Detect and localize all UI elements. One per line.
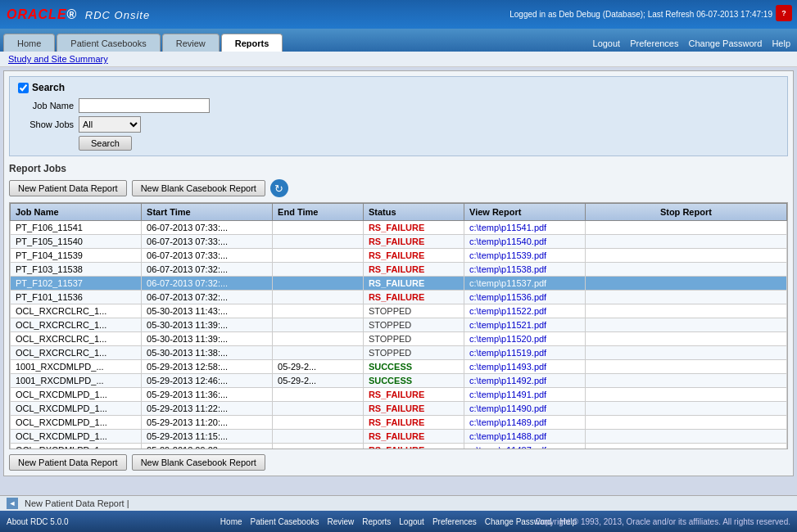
nav-tabs: Home Patient Casebooks Review Reports Lo… [0,29,797,52]
col-header-job-name[interactable]: Job Name [11,204,142,221]
cell-status: RS_FAILURE [363,235,464,249]
cell-start-time: 05-30-2013 11:43:... [142,304,273,318]
cell-view-report[interactable]: c:\temp\p11488.pdf [464,430,586,444]
cell-job-name: PT_F103_11538 [11,263,142,277]
col-header-status[interactable]: Status [363,204,464,221]
cell-status: RS_FAILURE [363,263,464,277]
table-row[interactable]: OCL_RXCRCLRC_1... 05-30-2013 11:43:... S… [11,304,787,318]
cell-view-report[interactable]: c:\temp\p11519.pdf [464,346,586,360]
cell-view-report[interactable]: c:\temp\p11540.pdf [464,235,586,249]
table-row[interactable]: PT_F106_11541 06-07-2013 07:33:... RS_FA… [11,221,787,235]
new-patient-report-btn-top[interactable]: New Patient Data Report [9,180,127,196]
tab-reports[interactable]: Reports [221,34,283,52]
cell-start-time: 06-07-2013 07:33:... [142,221,273,235]
oracle-text: ORACLE [7,7,67,21]
cell-start-time: 06-07-2013 07:32:... [142,291,273,304]
table-row[interactable]: OCL_RXCRCLRC_1... 05-30-2013 11:39:... S… [11,318,787,332]
status-arrow[interactable]: ◄ [7,498,18,509]
cell-job-name: OCL_RXCRCLRC_1... [11,318,142,332]
cell-start-time: 05-30-2013 11:38:... [142,346,273,360]
app-logo: ORACLE® RDC Onsite [7,7,150,22]
table-row[interactable]: PT_F103_11538 06-07-2013 07:32:... RS_FA… [11,263,787,277]
col-header-view-report[interactable]: View Report [464,204,586,221]
report-jobs-table-container: Job Name Start Time End Time Status View… [9,202,788,449]
footer-home-link[interactable]: Home [220,517,242,526]
help-link[interactable]: Help [772,38,790,48]
cell-view-report[interactable]: c:\temp\p11491.pdf [464,388,586,402]
cell-view-report[interactable]: c:\temp\p11538.pdf [464,263,586,277]
cell-stop-report [585,388,786,402]
cell-view-report[interactable]: c:\temp\p11520.pdf [464,332,586,346]
cell-stop-report [585,304,786,318]
footer-patient-casebooks-link[interactable]: Patient Casebooks [251,517,319,526]
cell-end-time [273,221,364,235]
job-name-row: Job Name [18,98,779,113]
new-patient-report-btn-bottom[interactable]: New Patient Data Report [9,454,127,471]
new-blank-casebook-btn-bottom[interactable]: New Blank Casebook Report [132,454,265,471]
cell-view-report[interactable]: c:\temp\p11521.pdf [464,318,586,332]
change-password-link[interactable]: Change Password [688,38,762,48]
table-row[interactable]: OCL_RXCDMLPD_1... 05-29-2013 11:20:... R… [11,416,787,430]
table-row[interactable]: OCL_RXCDMLPD_1... 05-29-2013 09:23:... R… [11,444,787,449]
footer-reports-link[interactable]: Reports [362,517,391,526]
col-header-start-time[interactable]: Start Time [142,204,273,221]
cell-view-report[interactable]: c:\temp\p11537.pdf [464,277,586,291]
show-jobs-select[interactable]: All Running Completed Failed [79,116,141,133]
cell-view-report[interactable]: c:\temp\p11489.pdf [464,416,586,430]
preferences-link[interactable]: Preferences [630,38,678,48]
table-row[interactable]: 1001_RXCDMLPD_... 05-29-2013 12:58:... 0… [11,360,787,374]
cell-stop-report [585,430,786,444]
cell-view-report[interactable]: c:\temp\p11522.pdf [464,304,586,318]
tab-home[interactable]: Home [3,34,55,52]
cell-view-report[interactable]: c:\temp\p11536.pdf [464,291,586,304]
job-name-input[interactable] [79,98,210,113]
footer-review-link[interactable]: Review [328,517,355,526]
cell-view-report[interactable]: c:\temp\p11487.pdf [464,444,586,449]
table-row[interactable]: OCL_RXCDMLPD_1... 05-29-2013 11:22:... R… [11,402,787,416]
table-row[interactable]: PT_F104_11539 06-07-2013 07:33:... RS_FA… [11,249,787,263]
cell-job-name: PT_F101_11536 [11,291,142,304]
cell-job-name: OCL_RXCRCLRC_1... [11,332,142,346]
cell-end-time [273,235,364,249]
table-row[interactable]: OCL_RXCRCLRC_1... 05-30-2013 11:39:... S… [11,332,787,346]
footer-preferences-link[interactable]: Preferences [432,517,477,526]
cell-start-time: 06-07-2013 07:32:... [142,263,273,277]
table-row[interactable]: PT_F101_11536 06-07-2013 07:32:... RS_FA… [11,291,787,304]
cell-end-time [273,388,364,402]
logout-link[interactable]: Logout [593,38,621,48]
refresh-icon[interactable]: ↻ [270,179,288,197]
cell-end-time [273,430,364,444]
cell-end-time [273,444,364,449]
cell-status: RS_FAILURE [363,277,464,291]
cell-view-report[interactable]: c:\temp\p11492.pdf [464,374,586,388]
table-scroll[interactable]: Job Name Start Time End Time Status View… [10,203,787,449]
cell-start-time: 06-07-2013 07:33:... [142,235,273,249]
cell-job-name: OCL_RXCDMLPD_1... [11,444,142,449]
cell-start-time: 05-29-2013 11:20:... [142,416,273,430]
footer-logout-link[interactable]: Logout [399,517,424,526]
tab-patient-casebooks[interactable]: Patient Casebooks [57,34,160,52]
cell-end-time [273,291,364,304]
new-blank-casebook-btn-top[interactable]: New Blank Casebook Report [132,180,265,196]
table-row[interactable]: 1001_RXCDMLPD_... 05-29-2013 12:46:... 0… [11,374,787,388]
cell-view-report[interactable]: c:\temp\p11541.pdf [464,221,586,235]
tab-review[interactable]: Review [162,34,220,52]
table-row[interactable]: OCL_RXCRCLRC_1... 05-30-2013 11:38:... S… [11,346,787,360]
cell-job-name: OCL_RXCDMLPD_1... [11,402,142,416]
cell-status: RS_FAILURE [363,291,464,304]
cell-view-report[interactable]: c:\temp\p11539.pdf [464,249,586,263]
cell-stop-report [585,235,786,249]
breadcrumb[interactable]: Study and Site Summary [0,52,797,67]
cell-view-report[interactable]: c:\temp\p11493.pdf [464,360,586,374]
cell-view-report[interactable]: c:\temp\p11490.pdf [464,402,586,416]
table-row[interactable]: PT_F105_11540 06-07-2013 07:33:... RS_FA… [11,235,787,249]
report-jobs-bottom-buttons: New Patient Data Report New Blank Casebo… [9,454,788,471]
table-row[interactable]: OCL_RXCDMLPD_1... 05-29-2013 11:15:... R… [11,430,787,444]
search-toggle[interactable] [18,83,29,93]
table-row[interactable]: OCL_RXCDMLPD_1... 05-29-2013 11:36:... R… [11,388,787,402]
cell-stop-report [585,416,786,430]
table-row[interactable]: PT_F102_11537 06-07-2013 07:32:... RS_FA… [11,277,787,291]
col-header-stop-report[interactable]: Stop Report [585,204,786,221]
col-header-end-time[interactable]: End Time [273,204,364,221]
search-button[interactable]: Search [79,136,132,151]
